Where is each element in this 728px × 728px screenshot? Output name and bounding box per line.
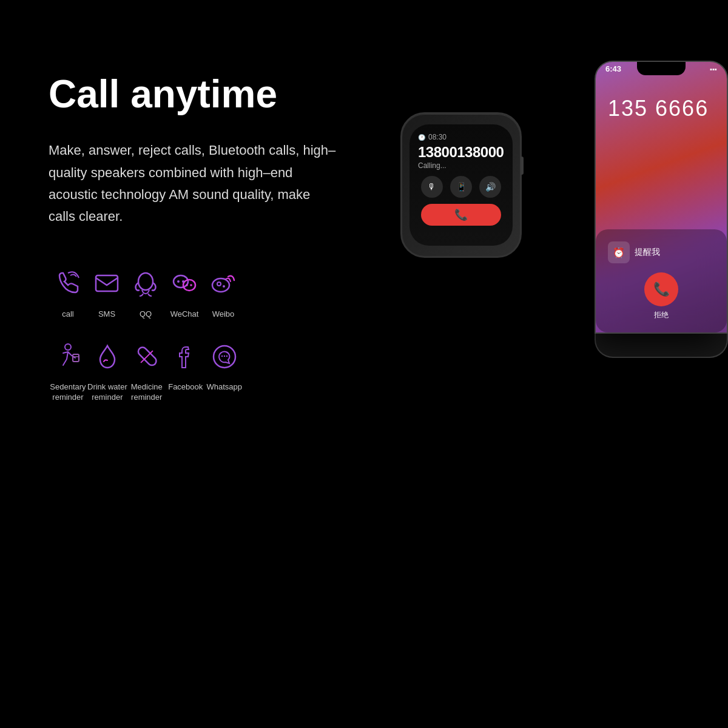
watch-clock-icon: 🕐 [418,134,425,141]
phone-body-bottom [595,334,728,358]
icon-item-drink-water: Drink water reminder [87,337,127,403]
icons-row-1: call SMS [49,265,376,320]
call-label: call [62,309,74,320]
watch-screen: 🕐 08:30 13800138000 Calling... 🎙 📱 🔊 📞 [410,124,513,246]
smartwatch: 🕐 08:30 13800138000 Calling... 🎙 📱 🔊 📞 [388,109,534,306]
drink-water-label: Drink water reminder [87,382,127,403]
watch-time: 08:30 [428,133,447,141]
svg-point-3 [183,280,195,291]
medicine-label: Medicine reminder [131,382,163,403]
headline: Call anytime [49,73,376,115]
qq-icon [126,265,165,303]
phone-alarm-icon: ⏰ [608,241,630,263]
phone-reject-button[interactable]: 📞 [644,272,678,306]
facebook-label: Facebook [168,382,203,393]
watch-side-button [521,157,524,175]
phone-status-bar: 6:43 ▪▪▪ [605,64,717,73]
description: Make, answer, reject calls, Bluetooth ca… [49,140,340,228]
call-icon [49,265,87,303]
icons-row-2: Sedentary reminder Drink water reminder [49,337,376,403]
svg-point-1 [138,273,153,290]
qq-label: QQ [140,309,152,320]
svg-point-11 [65,344,71,350]
icon-item-wechat: WeChat [165,265,204,320]
drink-water-icon [88,337,127,376]
left-section: Call anytime Make, answer, reject calls,… [49,73,388,421]
svg-point-9 [217,282,221,286]
svg-point-5 [182,280,184,283]
watch-transfer-button[interactable]: 📱 [450,176,472,198]
watch-calling-status: Calling... [418,161,504,170]
icon-item-weibo: Weibo [204,265,243,320]
icon-item-call: call [49,265,87,320]
watch-body: 🕐 08:30 13800138000 Calling... 🎙 📱 🔊 📞 [400,112,522,258]
watch-end-call-button[interactable]: 📞 [421,204,501,226]
facebook-icon [166,337,205,376]
watch-time-row: 🕐 08:30 [418,133,504,141]
phone-reject-area: 📞 拒绝 [608,272,715,320]
weibo-icon [204,265,243,303]
phone-incoming-area: ⏰ 提醒我 📞 拒绝 [596,229,727,332]
icon-item-qq: QQ [126,265,165,320]
watch-speaker-button[interactable]: 🔊 [479,176,501,198]
phone-calling-number: 135 6666 [608,96,715,121]
watch-mute-button[interactable]: 🎙 [421,176,443,198]
svg-point-6 [186,284,188,286]
svg-rect-0 [96,275,118,291]
svg-point-7 [190,284,192,286]
phone-time: 6:43 [605,64,621,73]
icon-item-whatsapp: Whatsapp [205,337,244,403]
whatsapp-label: Whatsapp [206,382,242,393]
icon-item-sedentary: Sedentary reminder [49,337,87,403]
sms-icon [87,265,126,303]
icon-item-facebook: Facebook [166,337,205,403]
watch-band-top [425,64,497,112]
icon-item-sms: SMS [87,265,126,320]
medicine-icon [127,337,166,376]
watch-control-buttons: 🎙 📱 🔊 [418,176,504,198]
phone-signal-icons: ▪▪▪ [710,66,717,73]
svg-point-4 [177,280,180,283]
whatsapp-icon [205,337,244,376]
wechat-label: WeChat [170,309,199,320]
phone-reminder-label: 提醒我 [635,247,660,258]
watch-phone-number: 13800138000 [418,145,504,160]
smartphone: 6:43 ▪▪▪ 135 6666 ⏰ 提醒我 📞 拒绝 [595,61,728,522]
weibo-label: Weibo [212,309,235,320]
sedentary-icon [49,337,87,376]
wechat-icon [165,265,204,303]
icon-item-medicine: Medicine reminder [127,337,166,403]
main-container: Call anytime Make, answer, reject calls,… [0,0,728,728]
svg-point-10 [223,285,225,288]
phone-reminder-row: ⏰ 提醒我 [608,241,715,263]
watch-band-bottom [425,258,497,306]
right-section: 🕐 08:30 13800138000 Calling... 🎙 📱 🔊 📞 [364,0,728,728]
sms-label: SMS [98,309,115,320]
sedentary-label: Sedentary reminder [50,382,86,403]
phone-reject-label: 拒绝 [654,310,669,320]
phone-body: 6:43 ▪▪▪ 135 6666 ⏰ 提醒我 📞 拒绝 [595,61,728,334]
